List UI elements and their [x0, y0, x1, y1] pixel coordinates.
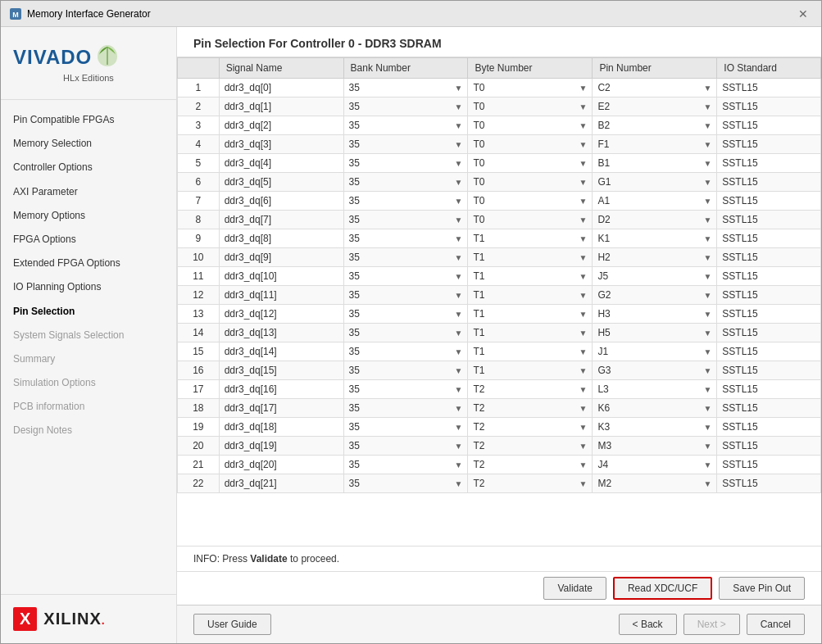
- sidebar-item-memory-options[interactable]: Memory Options: [1, 204, 176, 228]
- byte-dropdown-arrow[interactable]: ▼: [579, 442, 588, 451]
- byte-number-cell[interactable]: T1 ▼: [468, 248, 593, 267]
- byte-dropdown-arrow[interactable]: ▼: [579, 404, 588, 413]
- byte-dropdown-arrow[interactable]: ▼: [579, 159, 588, 168]
- byte-number-cell[interactable]: T2 ▼: [468, 437, 593, 456]
- sidebar-item-extended-fpga-options[interactable]: Extended FPGA Options: [1, 252, 176, 275]
- bank-dropdown-arrow[interactable]: ▼: [455, 197, 463, 206]
- pin-dropdown-arrow[interactable]: ▼: [703, 291, 711, 300]
- sidebar-item-pin-compatible-fpgas[interactable]: Pin Compatible FPGAs: [1, 108, 176, 132]
- bank-number-cell[interactable]: 35 ▼: [343, 173, 468, 192]
- pin-dropdown-arrow[interactable]: ▼: [703, 329, 711, 338]
- bank-dropdown-arrow[interactable]: ▼: [455, 404, 463, 413]
- byte-number-cell[interactable]: T2 ▼: [468, 456, 593, 474]
- pin-dropdown-arrow[interactable]: ▼: [703, 121, 711, 130]
- byte-dropdown-arrow[interactable]: ▼: [579, 178, 588, 187]
- bank-dropdown-arrow[interactable]: ▼: [455, 253, 463, 262]
- bank-number-cell[interactable]: 35 ▼: [343, 229, 468, 248]
- byte-dropdown-arrow[interactable]: ▼: [579, 423, 588, 432]
- bank-number-cell[interactable]: 35 ▼: [343, 456, 468, 474]
- byte-number-cell[interactable]: T1 ▼: [468, 286, 593, 305]
- byte-dropdown-arrow[interactable]: ▼: [579, 460, 588, 469]
- byte-number-cell[interactable]: T1 ▼: [468, 305, 593, 324]
- pin-number-cell[interactable]: M3 ▼: [593, 437, 717, 456]
- pin-dropdown-arrow[interactable]: ▼: [703, 366, 711, 375]
- bank-number-cell[interactable]: 35 ▼: [343, 437, 468, 456]
- bank-dropdown-arrow[interactable]: ▼: [455, 215, 463, 224]
- pin-dropdown-arrow[interactable]: ▼: [703, 159, 711, 168]
- byte-number-cell[interactable]: T0 ▼: [468, 79, 593, 98]
- bank-number-cell[interactable]: 35 ▼: [343, 474, 468, 493]
- byte-number-cell[interactable]: T2 ▼: [468, 399, 593, 418]
- bank-dropdown-arrow[interactable]: ▼: [455, 423, 463, 432]
- byte-dropdown-arrow[interactable]: ▼: [579, 385, 588, 394]
- table-scroll[interactable]: Signal Name Bank Number Byte Number Pin …: [177, 57, 821, 546]
- pin-number-cell[interactable]: G3 ▼: [593, 361, 717, 380]
- byte-number-cell[interactable]: T0 ▼: [468, 135, 593, 154]
- bank-dropdown-arrow[interactable]: ▼: [455, 84, 463, 93]
- pin-number-cell[interactable]: H2 ▼: [593, 248, 717, 267]
- bank-number-cell[interactable]: 35 ▼: [343, 267, 468, 286]
- pin-number-cell[interactable]: J1 ▼: [593, 342, 717, 361]
- bank-number-cell[interactable]: 35 ▼: [343, 154, 468, 173]
- pin-dropdown-arrow[interactable]: ▼: [703, 404, 711, 413]
- bank-dropdown-arrow[interactable]: ▼: [455, 442, 463, 451]
- byte-dropdown-arrow[interactable]: ▼: [579, 291, 588, 300]
- pin-dropdown-arrow[interactable]: ▼: [703, 385, 711, 394]
- pin-number-cell[interactable]: M2 ▼: [593, 474, 717, 493]
- bank-number-cell[interactable]: 35 ▼: [343, 98, 468, 116]
- bank-number-cell[interactable]: 35 ▼: [343, 324, 468, 342]
- pin-dropdown-arrow[interactable]: ▼: [703, 140, 711, 149]
- sidebar-item-axi-parameter[interactable]: AXI Parameter: [1, 180, 176, 204]
- bank-number-cell[interactable]: 35 ▼: [343, 192, 468, 211]
- bank-number-cell[interactable]: 35 ▼: [343, 342, 468, 361]
- bank-dropdown-arrow[interactable]: ▼: [455, 329, 463, 338]
- pin-number-cell[interactable]: B1 ▼: [593, 154, 717, 173]
- byte-dropdown-arrow[interactable]: ▼: [579, 197, 588, 206]
- byte-dropdown-arrow[interactable]: ▼: [579, 234, 588, 243]
- bank-number-cell[interactable]: 35 ▼: [343, 211, 468, 229]
- pin-number-cell[interactable]: L3 ▼: [593, 380, 717, 399]
- bank-dropdown-arrow[interactable]: ▼: [455, 460, 463, 469]
- pin-dropdown-arrow[interactable]: ▼: [703, 423, 711, 432]
- pin-number-cell[interactable]: E2 ▼: [593, 98, 717, 116]
- bank-dropdown-arrow[interactable]: ▼: [455, 102, 463, 111]
- sidebar-item-fpga-options[interactable]: FPGA Options: [1, 228, 176, 252]
- byte-dropdown-arrow[interactable]: ▼: [579, 121, 588, 130]
- close-button[interactable]: ✕: [793, 6, 813, 22]
- byte-dropdown-arrow[interactable]: ▼: [579, 479, 588, 488]
- pin-dropdown-arrow[interactable]: ▼: [703, 347, 711, 356]
- byte-dropdown-arrow[interactable]: ▼: [579, 84, 588, 93]
- byte-dropdown-arrow[interactable]: ▼: [579, 366, 588, 375]
- sidebar-item-controller-options[interactable]: Controller Options: [1, 156, 176, 179]
- pin-dropdown-arrow[interactable]: ▼: [703, 272, 711, 281]
- byte-number-cell[interactable]: T1 ▼: [468, 342, 593, 361]
- byte-number-cell[interactable]: T0 ▼: [468, 116, 593, 135]
- byte-dropdown-arrow[interactable]: ▼: [579, 329, 588, 338]
- bank-number-cell[interactable]: 35 ▼: [343, 418, 468, 437]
- bank-number-cell[interactable]: 35 ▼: [343, 380, 468, 399]
- pin-dropdown-arrow[interactable]: ▼: [703, 197, 711, 206]
- pin-dropdown-arrow[interactable]: ▼: [703, 442, 711, 451]
- bank-number-cell[interactable]: 35 ▼: [343, 116, 468, 135]
- byte-number-cell[interactable]: T1 ▼: [468, 267, 593, 286]
- pin-dropdown-arrow[interactable]: ▼: [703, 253, 711, 262]
- bank-number-cell[interactable]: 35 ▼: [343, 305, 468, 324]
- byte-number-cell[interactable]: T1 ▼: [468, 361, 593, 380]
- byte-number-cell[interactable]: T2 ▼: [468, 418, 593, 437]
- byte-number-cell[interactable]: T0 ▼: [468, 98, 593, 116]
- user-guide-button[interactable]: User Guide: [193, 614, 271, 635]
- pin-number-cell[interactable]: H3 ▼: [593, 305, 717, 324]
- pin-dropdown-arrow[interactable]: ▼: [703, 178, 711, 187]
- byte-number-cell[interactable]: T2 ▼: [468, 380, 593, 399]
- pin-number-cell[interactable]: C2 ▼: [593, 79, 717, 98]
- pin-number-cell[interactable]: D2 ▼: [593, 211, 717, 229]
- pin-number-cell[interactable]: J4 ▼: [593, 456, 717, 474]
- bank-number-cell[interactable]: 35 ▼: [343, 248, 468, 267]
- byte-dropdown-arrow[interactable]: ▼: [579, 347, 588, 356]
- bank-dropdown-arrow[interactable]: ▼: [455, 159, 463, 168]
- bank-number-cell[interactable]: 35 ▼: [343, 399, 468, 418]
- bank-number-cell[interactable]: 35 ▼: [343, 79, 468, 98]
- pin-number-cell[interactable]: K6 ▼: [593, 399, 717, 418]
- bank-dropdown-arrow[interactable]: ▼: [455, 178, 463, 187]
- pin-number-cell[interactable]: G1 ▼: [593, 173, 717, 192]
